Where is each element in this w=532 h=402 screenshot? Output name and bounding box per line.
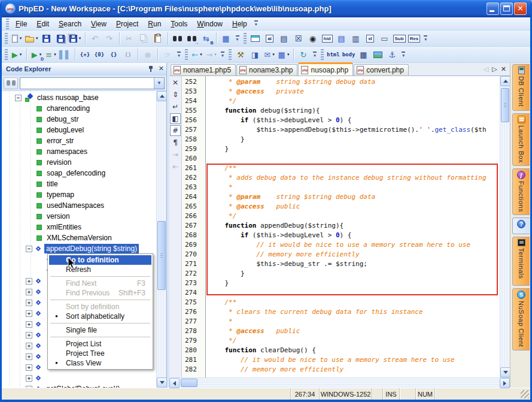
html-tag-button[interactable]: html xyxy=(326,48,341,62)
open-file-button[interactable]: ▾ xyxy=(24,32,39,46)
checkbox-tool-button[interactable]: ☒ xyxy=(291,32,306,46)
menu-overflow-chevron[interactable]: ▾ xyxy=(253,18,260,30)
code-line[interactable]: */ xyxy=(209,336,500,346)
paste-button[interactable] xyxy=(151,32,165,46)
tree-item-appenddebug-string-string[interactable]: −appendDebug(string $string) xyxy=(2,243,156,254)
minimize-button[interactable] xyxy=(487,2,499,15)
menu-search[interactable]: Search xyxy=(54,19,86,29)
scroll-up-button[interactable] xyxy=(500,76,510,86)
menu-run[interactable]: Run xyxy=(143,19,166,29)
label-tool-button[interactable]: aI xyxy=(263,32,277,46)
line-number[interactable]: 276 xyxy=(182,307,205,317)
code-line[interactable] xyxy=(209,154,500,164)
code-line[interactable]: } xyxy=(209,144,500,154)
dropdown-arrow-icon[interactable]: ▾ xyxy=(20,52,22,57)
code-line[interactable]: } xyxy=(209,135,500,144)
expand-icon[interactable]: + xyxy=(26,289,32,295)
run-debug-button[interactable]: ▶D▾ xyxy=(29,48,44,62)
expand-icon[interactable]: + xyxy=(26,353,32,360)
step-out-button[interactable]: {} xyxy=(107,48,121,62)
encoding-button[interactable]: ▦▾ xyxy=(276,48,291,62)
menu-item-go-to-definition[interactable]: Go to definition xyxy=(49,255,151,265)
code-line[interactable]: } xyxy=(209,279,500,288)
line-number[interactable]: 262 xyxy=(182,173,205,183)
strip-special-chars-button[interactable]: ¶ xyxy=(170,137,181,148)
expand-icon[interactable]: + xyxy=(26,300,32,306)
expand-icon[interactable]: + xyxy=(26,321,32,328)
tree-item-xmlentities[interactable]: xmlEntities xyxy=(2,222,156,232)
tree-item-debug-str[interactable]: debug_str xyxy=(2,114,156,125)
editor-vscrollbar[interactable] xyxy=(500,76,510,377)
tree-item-typemap[interactable]: typemap xyxy=(2,189,156,200)
tree-item-hidden[interactable]: + xyxy=(2,373,156,383)
dropdown-arrow-icon[interactable]: ▾ xyxy=(20,36,22,41)
line-number[interactable]: 275 xyxy=(182,298,205,307)
strip-wrap-button[interactable]: ↵ xyxy=(170,101,181,112)
code-line[interactable]: $this->appendDebug($this->getmicrotime()… xyxy=(209,125,500,135)
scroll-down-button[interactable] xyxy=(500,367,510,377)
tab-functions[interactable]: fFunctions xyxy=(512,168,530,215)
project-properties-button[interactable]: ◨ xyxy=(248,48,262,62)
settings-button[interactable]: ⚒ xyxy=(233,48,248,62)
toolbar-overflow-chevron[interactable]: ▾ xyxy=(400,49,407,61)
tree-item-namespaces[interactable]: namespaces xyxy=(2,146,156,157)
tab-launch-box[interactable]: Launch Box xyxy=(512,113,530,166)
line-number[interactable]: 278 xyxy=(182,327,205,336)
code-line[interactable]: * clears the current debug data for this… xyxy=(209,307,500,317)
menu-file[interactable]: File xyxy=(11,19,32,29)
tree-item-class-nusoap-base[interactable]: −class nusoap_base xyxy=(2,92,156,103)
expand-icon[interactable]: + xyxy=(26,386,32,388)
code-line[interactable]: * @access public xyxy=(209,327,500,336)
browser-refresh-button[interactable]: ↻ xyxy=(296,48,311,62)
expand-icon[interactable]: + xyxy=(26,343,32,349)
code-line[interactable]: */ xyxy=(209,96,500,106)
next-tab-button[interactable]: ▷ xyxy=(492,65,497,73)
tab-noname1-php5[interactable]: noname1.php5 xyxy=(171,64,236,75)
code-snippets-button[interactable]: ▦ xyxy=(219,32,233,46)
line-number[interactable]: 261 xyxy=(182,164,205,173)
line-number[interactable]: 271 xyxy=(182,259,205,269)
tree-item-soap-defencoding[interactable]: soap_defencoding xyxy=(2,168,156,179)
code-line[interactable]: function clearDebug() { xyxy=(209,346,500,355)
menu-window[interactable]: Window xyxy=(192,19,227,29)
new-file-button[interactable]: ▾ xyxy=(10,32,24,46)
text-input-tool-button[interactable]: xI xyxy=(363,32,378,46)
strip-line-numbers-button[interactable]: # xyxy=(170,125,181,136)
tree-item-title[interactable]: title xyxy=(2,179,156,189)
tab-convert-php[interactable]: convert.php xyxy=(354,64,409,75)
tree-item-getglobaldebuglevel[interactable]: +getGlobalDebugLevel() xyxy=(2,383,156,388)
line-number[interactable]: 263 xyxy=(182,183,205,192)
tab-nusoap-client[interactable]: SNuSoap Client xyxy=(512,288,530,350)
combobox-tool-button[interactable]: ▥ xyxy=(349,32,363,46)
toolbar-overflow-chevron[interactable]: ▾ xyxy=(219,49,226,61)
tree-item-version[interactable]: version xyxy=(2,211,156,222)
line-number[interactable]: 272 xyxy=(182,269,205,279)
line-number[interactable]: 280 xyxy=(182,346,205,355)
menu-item-project-tree[interactable]: Project Tree xyxy=(49,349,151,358)
table-tag-button[interactable]: ▦ xyxy=(356,48,370,62)
scroll-down-button[interactable] xyxy=(157,377,166,388)
scroll-thumb[interactable] xyxy=(181,379,197,387)
line-number[interactable]: 252 xyxy=(182,77,205,87)
toolbar-overflow-chevron[interactable]: ▾ xyxy=(234,32,241,44)
explorer-search-button[interactable] xyxy=(4,77,18,89)
code-line[interactable]: * xyxy=(209,317,500,327)
code-line[interactable] xyxy=(209,288,500,298)
maximize-button[interactable] xyxy=(500,2,513,15)
tree-item-xmlschemaversion[interactable]: XMLSchemaVersion xyxy=(2,232,156,243)
scroll-left-button[interactable] xyxy=(169,378,180,388)
tree-item-charencoding[interactable]: charencoding xyxy=(2,103,156,114)
collapse-icon[interactable]: − xyxy=(26,246,32,252)
line-number[interactable]: 258 xyxy=(182,135,205,144)
publish-button[interactable]: ▾ xyxy=(68,32,83,46)
menu-item-refresh[interactable]: Refresh xyxy=(49,265,151,274)
line-number[interactable]: 257 xyxy=(182,125,205,135)
line-number[interactable]: 277 xyxy=(182,317,205,327)
tab-noname3-php[interactable]: noname3.php xyxy=(236,64,297,75)
dropdown-arrow-icon[interactable]: ▾ xyxy=(36,36,38,41)
pin-icon[interactable] xyxy=(148,65,155,72)
strip-split-button[interactable]: ⇕ xyxy=(170,89,181,100)
code-line[interactable]: function appendDebug($string){ xyxy=(209,221,500,231)
find-next-button[interactable]: → xyxy=(185,32,199,46)
code-line[interactable]: function debug($string){ xyxy=(209,106,500,116)
